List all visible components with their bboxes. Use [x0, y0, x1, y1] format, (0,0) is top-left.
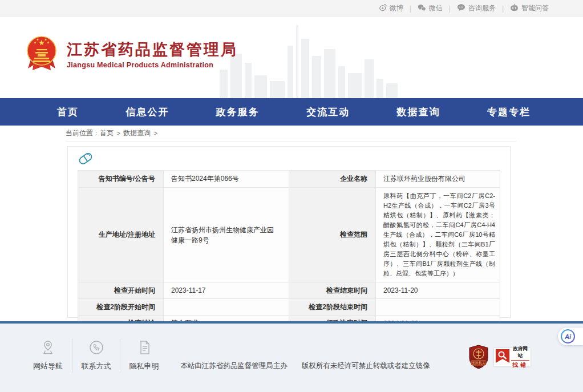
inspection-detail-card: 告知书编号/公告号 告知书2024年第066号 企业名称 江苏联环药业股份有限公…	[67, 146, 511, 318]
site-map-link[interactable]: 网站导航	[24, 338, 72, 373]
label-phase2-start: 检查2阶段开始时间	[78, 299, 164, 316]
value-inspection-start: 2023-11-17	[164, 282, 289, 299]
topbar-separator: |	[449, 5, 451, 13]
smart-qa-link[interactable]: 智能问答	[510, 3, 549, 13]
map-pin-icon	[40, 347, 56, 357]
contact-label: 联系方式	[72, 361, 120, 371]
ai-icon: Ai	[561, 329, 575, 343]
table-row: 检查2阶段开始时间 检查2阶段结束时间	[78, 299, 500, 316]
error-badge-line1: 政府网站	[511, 346, 529, 361]
value-phase2-end	[376, 299, 500, 316]
wechat-label: 微信	[429, 3, 443, 13]
label-inspection-scope: 检查范围	[289, 188, 376, 282]
nav-item-interaction[interactable]: 交流互动	[306, 106, 350, 119]
breadcrumb-divider	[66, 141, 516, 142]
site-header: 江苏省药品监督管理局 Jiangsu Medical Products Admi…	[0, 17, 583, 98]
phone-icon	[88, 347, 104, 357]
site-title: 江苏省药品监督管理局	[67, 41, 238, 59]
nav-item-info-disclosure[interactable]: 信息公开	[125, 106, 169, 119]
footer-info: 本站由江苏省药品监督管理局主办 版权所有未经许可禁止转载或者建立镜像 邮编：21…	[143, 339, 468, 392]
smart-qa-label: 智能问答	[521, 3, 549, 13]
gov-agency-shield-badge[interactable]: 党政机关	[469, 345, 488, 371]
breadcrumb-prefix: 当前位置：	[66, 128, 100, 138]
error-badge-line2: 找错	[511, 361, 529, 369]
nav-item-data-query[interactable]: 数据查询	[397, 106, 440, 119]
table-row: 检查开始时间 2023-11-17 检查结束时间 2023-11-20	[78, 282, 500, 299]
national-emblem-icon	[26, 35, 58, 74]
label-phase2-end: 检查2阶段结束时间	[289, 299, 376, 316]
main-nav: 首页 信息公开 政务服务 交流互动 数据查询 专题专栏	[0, 98, 583, 126]
nav-item-gov-services[interactable]: 政务服务	[216, 106, 260, 119]
city-skyline-graphic	[220, 24, 408, 98]
breadcrumb-data-query-link[interactable]: 数据查询	[123, 128, 151, 138]
wechat-icon	[418, 4, 426, 13]
breadcrumb-separator: >	[153, 130, 157, 138]
robot-icon	[510, 3, 519, 13]
weibo-icon	[378, 3, 387, 13]
value-address: 江苏省扬州市扬州生物健康产业园健康一路9号	[164, 188, 289, 282]
ai-assistant-button[interactable]: Ai	[558, 328, 583, 345]
magnifier-flag-icon	[495, 349, 510, 366]
footer-line-host: 本站由江苏省药品监督管理局主办 版权所有未经许可禁止转载或者建立镜像	[143, 361, 468, 371]
site-logo[interactable]: 江苏省药品监督管理局 Jiangsu Medical Products Admi…	[26, 35, 238, 74]
contact-link[interactable]: 联系方式	[72, 338, 120, 373]
consult-service-label: 咨询服务	[468, 3, 496, 13]
wechat-link[interactable]: 微信	[418, 3, 443, 13]
value-inspection-end: 2023-11-20	[376, 282, 500, 299]
value-notice-number: 告知书2024年第066号	[164, 171, 289, 188]
topbar-separator: |	[502, 5, 504, 13]
nav-item-home[interactable]: 首页	[57, 106, 79, 119]
label-company-name: 企业名称	[289, 171, 376, 188]
table-row: 告知书编号/公告号 告知书2024年第066号 企业名称 江苏联环药业股份有限公…	[78, 171, 500, 188]
site-footer: 网站导航 联系方式 隐私申明	[0, 321, 583, 392]
nav-item-special-topics[interactable]: 专题专栏	[487, 106, 531, 119]
weibo-label: 微博	[390, 3, 403, 13]
label-inspection-end: 检查结束时间	[289, 282, 376, 299]
weibo-link[interactable]: 微博	[378, 3, 403, 13]
table-row: 生产地址/注册地址 江苏省扬州市扬州生物健康产业园健康一路9号 检查范围 原料药…	[78, 188, 500, 282]
breadcrumb: 当前位置： 首页 > 数据查询 >	[0, 126, 583, 141]
breadcrumb-separator: >	[116, 130, 120, 138]
site-subtitle: Jiangsu Medical Products Administration	[67, 61, 238, 69]
label-inspection-start: 检查开始时间	[78, 282, 164, 299]
shield-badge-label: 党政机关	[472, 361, 485, 365]
value-company-name: 江苏联环药业股份有限公司	[376, 171, 500, 188]
consult-service-link[interactable]: 咨询服务	[457, 3, 496, 13]
breadcrumb-home-link[interactable]: 首页	[100, 128, 114, 138]
gov-site-error-report-badge[interactable]: 政府网站 找错	[494, 348, 531, 366]
value-inspection-scope: 原料药【曲克芦丁，一车间C2厂房C2-H2生产线（合成），一车间C2厂房3号精烘…	[376, 188, 500, 282]
capsule-icon	[77, 150, 94, 169]
topbar-separator: |	[410, 5, 411, 13]
top-utility-bar: 微博 | 微信 | 咨询服务 | 智能问答	[0, 0, 583, 17]
chat-bubble-icon	[457, 3, 465, 13]
site-map-label: 网站导航	[24, 361, 72, 371]
label-address: 生产地址/注册地址	[78, 188, 164, 282]
label-notice-number: 告知书编号/公告号	[78, 171, 164, 188]
value-phase2-start	[164, 299, 289, 316]
